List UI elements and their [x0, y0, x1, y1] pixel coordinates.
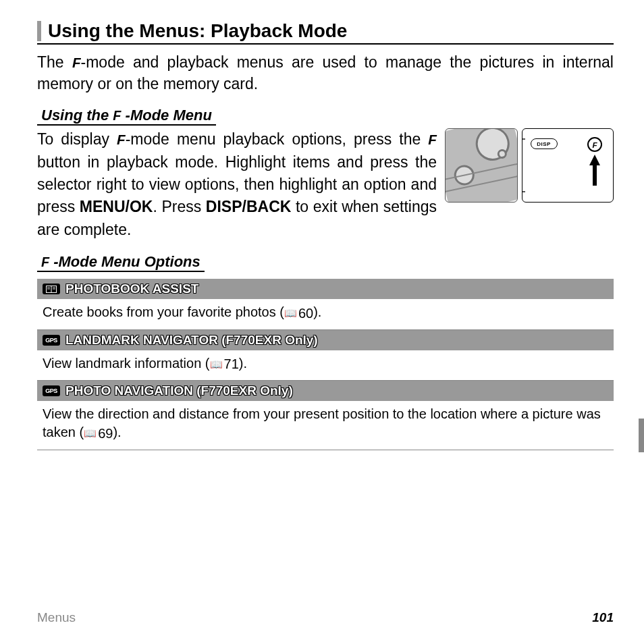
title-accent-bar [37, 21, 41, 41]
b1a: To display [37, 130, 117, 148]
dash-connector-top [522, 138, 525, 140]
footer-section-label: Menus [37, 610, 76, 625]
f-glyph-icon: F [113, 108, 121, 123]
option-desc-photonav: View the direction and distance from you… [37, 401, 614, 450]
desc-post: ). [313, 304, 321, 319]
disp-button-icon: DISP [531, 138, 558, 149]
option-title: PHOTOBOOK ASSIST [65, 281, 198, 296]
desc-post: ). [239, 356, 247, 371]
f-glyph-icon: F [428, 132, 437, 147]
body-paragraph: To display F-mode menu playback options,… [37, 128, 437, 241]
page-title-wrap: Using the Menus: Playback Mode [37, 20, 614, 45]
page-ref: 📖 71 [210, 355, 239, 373]
option-title: LANDMARK NAVIGATOR (F770EXR Only) [65, 333, 318, 348]
option-header-photobook: PHOTOBOOK ASSIST [37, 279, 614, 299]
page-num: 69 [98, 425, 113, 443]
page-ref: 📖 60 [284, 304, 313, 323]
camera-body-panel [445, 128, 518, 203]
sub1-post: -Mode Menu [126, 107, 212, 124]
page-num: 60 [298, 304, 313, 323]
sub2-post: -Mode Menu Options [53, 253, 200, 270]
desc-pre: View the direction and distance from you… [43, 406, 601, 439]
desc-pre: Create books from your favorite photos ( [43, 304, 284, 319]
intro-post: -mode and playback menus are used to man… [37, 53, 614, 92]
arrow-up-icon [589, 153, 601, 187]
page-ref-icon: 📖 [284, 306, 297, 320]
option-desc-photobook: Create books from your favorite photos (… [37, 299, 614, 330]
b1d: . Press [153, 198, 205, 215]
b1b: -mode menu playback options, press the [126, 130, 429, 148]
page-ref-icon: 📖 [210, 358, 223, 371]
gps-icon: GPS [43, 385, 60, 396]
option-header-landmark: GPS LANDMARK NAVIGATOR (F770EXR Only) [37, 330, 614, 350]
desc-post: ). [113, 425, 121, 439]
button-callout-panel: DISP F [522, 128, 614, 203]
option-title: PHOTO NAVIGATION (F770EXR Only) [65, 383, 293, 398]
subhead-fmode-options: F -Mode Menu Options [37, 253, 205, 272]
photobook-icon [43, 284, 60, 294]
f-glyph-icon: F [117, 132, 126, 147]
disp-back-label: DISP/BACK [206, 198, 292, 215]
option-rows: PHOTOBOOK ASSIST Create books from your … [37, 279, 614, 450]
body-block: To display F-mode menu playback options,… [37, 128, 614, 241]
sub1-pre: Using the [41, 107, 113, 124]
subhead-using-fmode: Using the F -Mode Menu [37, 107, 216, 126]
f-glyph-icon: F [72, 55, 81, 70]
gps-icon: GPS [43, 335, 60, 346]
menu-ok-label: MENU/OK [80, 198, 153, 215]
page-ref-icon: 📖 [84, 427, 97, 440]
intro-paragraph: The F-mode and playback menus are used t… [37, 51, 614, 95]
page-num: 71 [224, 355, 239, 373]
f-button-icon: F [587, 137, 602, 152]
section-tab-marker [639, 419, 644, 452]
page-footer: Menus 101 [37, 610, 614, 625]
footer-page-number: 101 [592, 610, 614, 625]
camera-illustration: DISP F [445, 128, 614, 203]
option-desc-landmark: View landmark information (📖 71). [37, 350, 614, 381]
intro-pre: The [37, 53, 72, 71]
option-header-photonav: GPS PHOTO NAVIGATION (F770EXR Only) [37, 381, 614, 401]
page-title: Using the Menus: Playback Mode [48, 20, 347, 42]
page-ref: 📖 69 [84, 425, 113, 443]
dash-connector-bottom [522, 191, 525, 192]
f-glyph-icon: F [41, 254, 49, 269]
desc-pre: View landmark information ( [43, 356, 210, 371]
